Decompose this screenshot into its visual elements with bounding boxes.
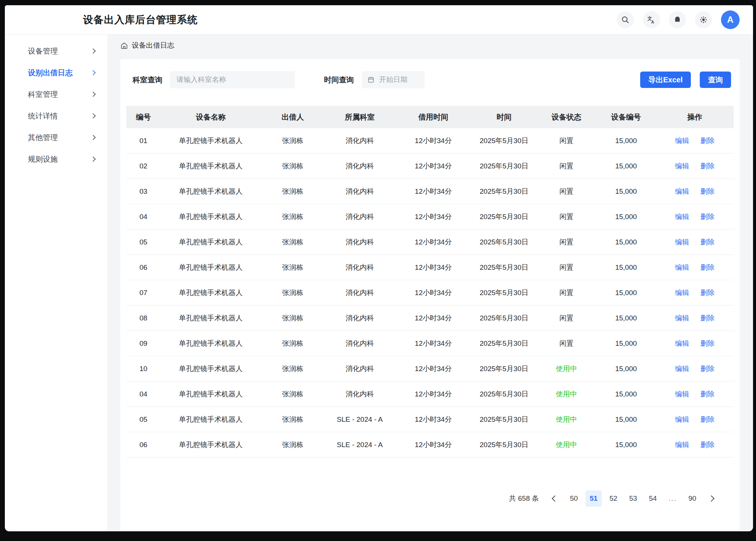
device-status: 闲置 [537, 255, 596, 280]
lender-name: 张润栋 [261, 356, 324, 382]
edit-link[interactable]: 编辑 [675, 162, 689, 170]
table-row: 08单孔腔镜手术机器人张润栋消化内科12小时34分2025年5月30日闲置15,… [126, 306, 734, 331]
borrow-date: 2025年5月30日 [471, 255, 537, 280]
sidebar-item-label: 统计详情 [28, 111, 58, 121]
app-header: 设备出入库后台管理系统 文 A [5, 5, 753, 35]
pagination-page-50[interactable]: 50 [566, 490, 582, 507]
delete-link[interactable]: 删除 [701, 415, 715, 423]
pagination-page-52[interactable]: 52 [605, 490, 622, 507]
delete-link[interactable]: 删除 [701, 390, 715, 398]
sidebar-item-other-management[interactable]: 其他管理 [5, 127, 108, 148]
borrow-date: 2025年5月30日 [471, 331, 537, 356]
borrow-date: 2025年5月30日 [471, 432, 537, 458]
edit-link[interactable]: 编辑 [675, 339, 689, 347]
lender-name: 张润栋 [261, 382, 324, 407]
edit-link[interactable]: 编辑 [675, 263, 689, 271]
main-content: 设备出借日志 科室查询 时间查询 [108, 35, 753, 531]
sidebar-item-department-management[interactable]: 科室管理 [5, 83, 108, 105]
borrow-date: 2025年5月30日 [471, 306, 537, 331]
edit-link[interactable]: 编辑 [675, 441, 689, 449]
department: 消化内科 [324, 331, 395, 356]
department: 消化内科 [324, 356, 395, 382]
table-row: 01单孔腔镜手术机器人张润栋消化内科12小时34分2025年5月30日闲置15,… [126, 128, 734, 154]
delete-link[interactable]: 删除 [701, 162, 715, 170]
table-body: 01单孔腔镜手术机器人张润栋消化内科12小时34分2025年5月30日闲置15,… [126, 128, 734, 458]
device-name: 单孔腔镜手术机器人 [161, 204, 261, 230]
row-no: 06 [126, 255, 161, 280]
delete-link[interactable]: 删除 [701, 289, 715, 297]
delete-link[interactable]: 删除 [701, 187, 715, 195]
edit-link[interactable]: 编辑 [675, 415, 689, 423]
dept-search-input[interactable] [170, 71, 295, 88]
pagination-next-button[interactable] [704, 490, 719, 507]
borrow-duration: 12小时34分 [395, 331, 471, 356]
pagination-page-51[interactable]: 51 [585, 490, 602, 507]
edit-link[interactable]: 编辑 [675, 187, 689, 195]
table-row: 05单孔腔镜手术机器人张润栋消化内科12小时34分2025年5月30日闲置15,… [126, 230, 734, 255]
row-no: 10 [126, 356, 161, 382]
delete-link[interactable]: 删除 [701, 339, 715, 347]
pagination: 共 658 条 5051525354...90 [126, 490, 719, 507]
sidebar-item-rule-settings[interactable]: 规则设施 [5, 148, 108, 170]
device-code: 15,000 [596, 306, 656, 331]
delete-link[interactable]: 删除 [701, 365, 715, 373]
pagination-page-53[interactable]: 53 [625, 490, 641, 507]
device-code: 15,000 [596, 179, 656, 204]
table-row: 03单孔腔镜手术机器人张润栋消化内科12小时34分2025年5月30日闲置15,… [126, 179, 734, 204]
device-name: 单孔腔镜手术机器人 [161, 255, 261, 280]
edit-link[interactable]: 编辑 [675, 213, 689, 221]
edit-link[interactable]: 编辑 [675, 238, 689, 246]
row-no: 04 [126, 204, 161, 230]
svg-text:A: A [651, 20, 654, 24]
device-name: 单孔腔镜手术机器人 [161, 382, 261, 407]
avatar[interactable]: A [721, 10, 740, 29]
edit-link[interactable]: 编辑 [675, 314, 689, 322]
delete-link[interactable]: 删除 [701, 213, 715, 221]
pagination-prev-button[interactable] [547, 490, 562, 507]
delete-link[interactable]: 删除 [701, 314, 715, 322]
sidebar-item-statistics-detail[interactable]: 统计详情 [5, 105, 108, 127]
edit-link[interactable]: 编辑 [675, 289, 689, 297]
department: 消化内科 [324, 230, 395, 255]
column-header: 设备名称 [161, 106, 261, 128]
department: 消化内科 [324, 255, 395, 280]
borrow-duration: 12小时34分 [395, 255, 471, 280]
delete-link[interactable]: 删除 [701, 137, 715, 145]
device-status: 使用中 [537, 407, 596, 432]
theme-brightness-icon[interactable] [695, 11, 712, 28]
export-excel-button[interactable]: 导出Excel [640, 72, 691, 88]
department: 消化内科 [324, 204, 395, 230]
lender-name: 张润栋 [261, 331, 324, 356]
edit-link[interactable]: 编辑 [675, 390, 689, 398]
search-icon[interactable] [617, 11, 634, 28]
app-body: 设备管理设别出借日志科室管理统计详情其他管理规则设施 设备出借日志 科室查询 时… [5, 35, 753, 531]
borrow-duration: 12小时34分 [395, 382, 471, 407]
sidebar-item-device-management[interactable]: 设备管理 [5, 40, 108, 62]
translate-icon[interactable]: 文 A [643, 11, 660, 28]
borrow-duration: 12小时34分 [395, 356, 471, 382]
search-button[interactable]: 查询 [700, 72, 731, 88]
delete-link[interactable]: 删除 [701, 441, 715, 449]
row-no: 08 [126, 306, 161, 331]
row-no: 04 [126, 382, 161, 407]
pagination-page-90[interactable]: 90 [684, 490, 701, 507]
device-name: 单孔腔镜手术机器人 [161, 230, 261, 255]
column-header: 设备编号 [596, 106, 656, 128]
start-date-input[interactable] [362, 71, 425, 88]
sidebar-item-device-lend-log[interactable]: 设别出借日志 [5, 62, 108, 83]
pagination-ellipsis: ... [664, 490, 681, 507]
borrow-duration: 12小时34分 [395, 179, 471, 204]
borrow-date: 2025年5月30日 [471, 128, 537, 154]
pagination-page-54[interactable]: 54 [645, 490, 661, 507]
borrow-date: 2025年5月30日 [471, 382, 537, 407]
delete-link[interactable]: 删除 [701, 263, 715, 271]
borrow-date: 2025年5月30日 [471, 230, 537, 255]
device-code: 15,000 [596, 280, 656, 306]
edit-link[interactable]: 编辑 [675, 137, 689, 145]
app-window: 设备出入库后台管理系统 文 A [5, 5, 753, 531]
edit-link[interactable]: 编辑 [675, 365, 689, 373]
delete-link[interactable]: 删除 [701, 238, 715, 246]
start-date-field[interactable] [378, 75, 419, 84]
lender-name: 张润栋 [261, 230, 324, 255]
notification-bell-icon[interactable] [669, 11, 686, 28]
